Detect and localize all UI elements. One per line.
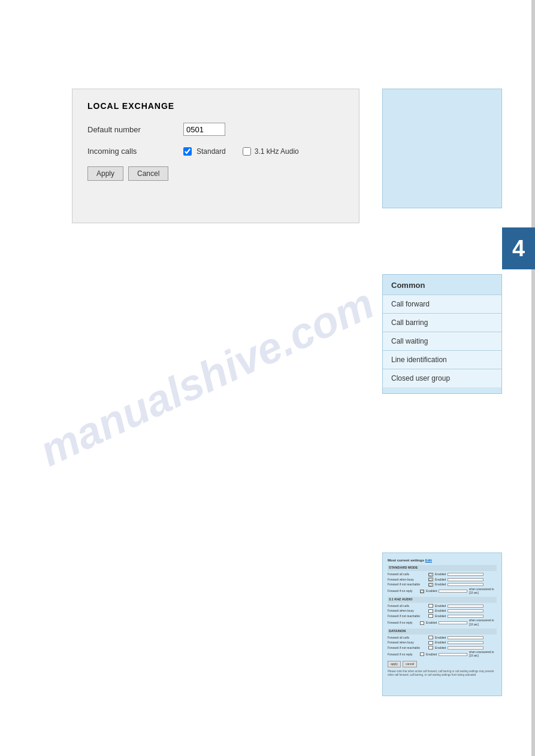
common-menu-header: Common (383, 275, 501, 294)
chapter-number-tab: 4 (502, 227, 535, 269)
standard-label: Standard (197, 147, 226, 156)
common-menu-panel: Common Call forward Call barring Call wa… (382, 274, 502, 394)
sp-section-standard: STANDARD MODE (388, 565, 497, 571)
sp-row-forward-busy-data: Forward when busy Enabled (388, 640, 497, 645)
sp-section-datanon: DATA/NON (388, 629, 497, 634)
local-exchange-panel: LOCAL EXCHANGE Default number Incoming c… (72, 89, 359, 223)
menu-item-call-barring[interactable]: Call barring (383, 313, 501, 332)
right-bar (531, 0, 535, 756)
sp-title: Most current settings Edit (388, 558, 497, 563)
apply-button[interactable]: Apply (87, 166, 123, 181)
incoming-calls-label: Incoming calls (87, 147, 183, 156)
chapter-number: 4 (512, 236, 525, 262)
action-buttons: Apply Cancel (87, 166, 344, 181)
sp-note: Please note that when active call forwar… (388, 670, 497, 677)
sp-cancel-button[interactable]: cancel (403, 661, 417, 667)
menu-item-call-waiting[interactable]: Call waiting (383, 332, 501, 350)
standard-checkbox[interactable] (183, 147, 192, 156)
incoming-calls-row: Incoming calls Standard 3.1 kHz Audio (87, 147, 344, 156)
sp-row-forward-busy-audio: Forward when busy Enabled (388, 609, 497, 613)
audio-checkbox[interactable] (243, 147, 251, 156)
cancel-button[interactable]: Cancel (128, 166, 168, 181)
local-exchange-title: LOCAL EXCHANGE (87, 101, 344, 111)
sp-row-forward-all-audio: Forward all calls Enabled (388, 604, 497, 608)
sp-row-forward-noreply-data: Forward if no reply Enabled when unanswe… (388, 651, 497, 658)
sp-apply-button[interactable]: apply (388, 661, 401, 667)
default-number-input[interactable] (183, 123, 225, 136)
menu-item-line-identification[interactable]: Line identification (383, 350, 501, 369)
watermark-text: manualshive.com (32, 278, 381, 476)
sp-row-forward-notreach-std: Forward if not reachable ☑ Enabled (388, 582, 497, 587)
default-number-row: Default number (87, 123, 344, 136)
sp-row-forward-all-data: Forward all calls Enabled (388, 636, 497, 640)
sp-row-forward-noreply-audio: Forward if no reply Enabled when unanswe… (388, 619, 497, 627)
default-number-label: Default number (87, 125, 183, 134)
small-settings-panel: Most current settings Edit STANDARD MODE… (382, 552, 502, 696)
menu-item-call-forward[interactable]: Call forward (383, 294, 501, 313)
blue-panel-top (382, 89, 502, 208)
sp-row-forward-busy-std: Forward when busy ☑ Enabled (388, 578, 497, 582)
sp-row-forward-noreply-std: Forward if no reply ☑ Enabled when unans… (388, 588, 497, 596)
sp-row-forward-notreach-data: Forward if not reachable Enabled (388, 646, 497, 650)
watermark: manualshive.com (72, 227, 341, 527)
sp-row-forward-notreach-audio: Forward if not reachable Enabled (388, 614, 497, 618)
sp-row-forward-all-std: Forward all calls ☑ Enabled (388, 572, 497, 576)
sp-action-buttons: apply cancel (388, 661, 497, 667)
incoming-calls-options: Standard 3.1 kHz Audio (183, 147, 299, 156)
audio-option: 3.1 kHz Audio (243, 147, 299, 156)
audio-label: 3.1 kHz Audio (255, 147, 299, 156)
sp-section-audio: 3.1 KHZ AUDIO (388, 597, 497, 603)
menu-item-closed-user-group[interactable]: Closed user group (383, 369, 501, 387)
small-panel-content: Most current settings Edit STANDARD MODE… (388, 558, 497, 676)
